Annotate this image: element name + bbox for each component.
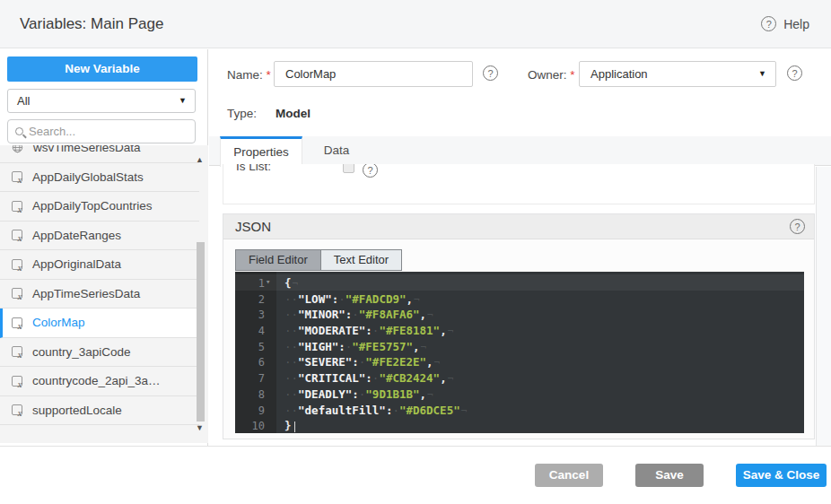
scroll-down-icon[interactable]: ▼ [196, 423, 204, 432]
tab-data[interactable]: Data [302, 136, 371, 166]
variable-icon [12, 376, 22, 387]
code-line-6[interactable]: 6··"SEVERE":·"#FE2E2E",¬ [235, 353, 804, 369]
code-line-2[interactable]: 2··"LOW":·"#FADCD9",¬ [235, 291, 804, 307]
code-text: {¬ [276, 276, 298, 290]
code-lines: 1▾{¬2··"LOW":·"#FADCD9",¬3··"MINOR":·"#F… [235, 272, 804, 433]
json-section-title: JSON [235, 219, 271, 234]
code-line-8[interactable]: 8··"DEADLY":·"9D1B1B",¬ [235, 386, 804, 402]
search-box [7, 119, 196, 143]
code-line-3[interactable]: 3··"MINOR":·"#F8AFA6",¬ [235, 306, 804, 322]
json-key: "CRITICAL" [298, 371, 365, 385]
variable-name: AppDailyTopCountries [32, 199, 153, 213]
code-text: ··"DEADLY":·"9D1B1B",¬ [276, 387, 433, 401]
owner-label: Owner: * [528, 68, 575, 82]
sidebar-item-AppDailyTopCountries[interactable]: AppDailyTopCountries [0, 192, 199, 222]
search-icon [15, 127, 23, 135]
is-list-help-icon[interactable]: ? [363, 164, 378, 178]
code-line-4[interactable]: 4··"MODERATE":·"#FE8181",¬ [235, 322, 804, 338]
variable-name: AppOriginalData [32, 257, 121, 271]
code-line-5[interactable]: 5··"HIGH":·"#FE5757",¬ [235, 338, 804, 354]
app-header: Variables: Main Page ? Help [0, 0, 831, 48]
variable-name: AppTimeSeriesData [32, 287, 140, 300]
code-line-9[interactable]: 9··"defaultFill":·"#D6DCE5"¬ [235, 402, 804, 418]
variable-name: supportedLocale [32, 404, 122, 417]
help-icon: ? [761, 16, 776, 31]
code-line-1[interactable]: 1▾{¬ [235, 274, 804, 291]
field-editor-tab[interactable]: Field Editor [236, 250, 320, 270]
text-cursor [294, 421, 295, 432]
code-line-7[interactable]: 7··"CRITICAL":·"#CB2424",¬ [235, 369, 804, 386]
save-button[interactable]: Save [635, 464, 704, 487]
sidebar-item-ColorMap[interactable]: ColorMap [0, 308, 199, 338]
variable-icon [12, 317, 22, 328]
name-label: Name: * [227, 68, 271, 82]
new-variable-button[interactable]: New Variable [7, 56, 197, 82]
owner-value: Application [590, 67, 648, 81]
code-line-10[interactable]: 10} [235, 417, 804, 433]
sidebar-item-AppTimeSeriesData[interactable]: AppTimeSeriesData [0, 280, 199, 309]
sidebar-scrollbar-thumb[interactable] [197, 242, 205, 421]
owner-select[interactable]: Application ▼ [579, 61, 776, 87]
sidebar-item-countrycode_2api_3a…[interactable]: countrycode_2api_3a… [0, 367, 199, 396]
type-filter-value: All [17, 94, 30, 108]
json-key: "defaultFill" [298, 404, 386, 417]
chevron-down-icon: ▼ [758, 62, 766, 86]
fold-caret-icon[interactable]: ▾ [266, 274, 270, 291]
sidebar-item-country_3apiCode[interactable]: country_3apiCode [0, 338, 199, 368]
required-marker: * [570, 68, 574, 82]
variable-icon [12, 171, 22, 182]
save-and-close-button[interactable]: Save & Close [736, 464, 827, 487]
code-text: ··"LOW":·"#FADCD9",¬ [276, 292, 420, 306]
sidebar-item-AppDailyGlobalStats[interactable]: AppDailyGlobalStats [0, 163, 199, 193]
code-text: ··"CRITICAL":·"#CB2424",¬ [276, 371, 453, 385]
json-value: "#FADCD9" [346, 292, 407, 306]
variable-icon [12, 288, 22, 299]
is-list-checkbox[interactable] [343, 164, 354, 173]
is-list-label: Is List: [236, 164, 271, 173]
search-input[interactable] [29, 125, 172, 138]
name-help-icon[interactable]: ? [483, 65, 498, 81]
variable-name: AppDailyGlobalStats [32, 170, 144, 184]
type-label: Type: [227, 107, 257, 120]
variable-icon [12, 346, 22, 357]
variable-name: country_3apiCode [32, 345, 131, 359]
sidebar-item-AppDateRanges[interactable]: AppDateRanges [0, 222, 199, 251]
sidebar-item-AppOriginalData[interactable]: AppOriginalData [0, 250, 199, 280]
owner-help-icon[interactable]: ? [787, 65, 802, 81]
json-key: "HIGH" [298, 340, 338, 353]
panel-scrollbar-track[interactable] [816, 167, 831, 446]
code-text: ··"defaultFill":·"#D6DCE5"¬ [276, 404, 467, 417]
json-key: "MINOR" [298, 308, 346, 321]
sidebar-item-wsvTimeSeriesData[interactable]: wsvTimeSeriesData [0, 145, 199, 163]
json-key: "DEADLY" [298, 387, 352, 401]
editor-mode-toggle: Field Editor Text Editor [235, 249, 402, 271]
scroll-up-icon[interactable]: ▲ [196, 155, 204, 164]
json-key: "SEVERE" [298, 355, 352, 369]
type-filter-dropdown[interactable]: All ▼ [7, 89, 196, 113]
variables-sidebar: New Variable All ▼ wsvTimeSeriesDataAppD… [0, 49, 208, 446]
name-input[interactable] [274, 61, 473, 87]
general-properties-section: Is List: ? [223, 164, 815, 204]
code-text: ··"MINOR":·"#F8AFA6",¬ [276, 308, 433, 321]
variable-name: wsvTimeSeriesData [33, 145, 141, 154]
variable-name: ColorMap [32, 316, 85, 329]
json-key: "MODERATE" [298, 324, 365, 337]
json-value: "#FE5757" [352, 340, 413, 353]
chevron-down-icon: ▼ [179, 90, 187, 112]
json-code-editor[interactable]: 1▾{¬2··"LOW":·"#FADCD9",¬3··"MINOR":·"#F… [235, 272, 804, 433]
tab-properties[interactable]: Properties [220, 136, 302, 167]
json-value: "#D6DCE5" [399, 404, 460, 417]
variable-icon [12, 404, 22, 415]
json-help-icon[interactable]: ? [790, 219, 805, 234]
json-value: "#FE8181" [379, 324, 440, 337]
text-editor-tab[interactable]: Text Editor [320, 250, 401, 270]
globe-icon [12, 145, 23, 153]
sidebar-item-supportedLocale[interactable]: supportedLocale [0, 396, 199, 426]
cancel-button[interactable]: Cancel [535, 464, 603, 487]
variable-name: AppDateRanges [32, 229, 121, 242]
variable-icon [12, 230, 22, 240]
variable-icon [12, 201, 22, 212]
help-button[interactable]: ? Help [761, 16, 809, 31]
tab-bar: Properties Data [209, 136, 831, 166]
line-number: 10 [235, 419, 276, 433]
